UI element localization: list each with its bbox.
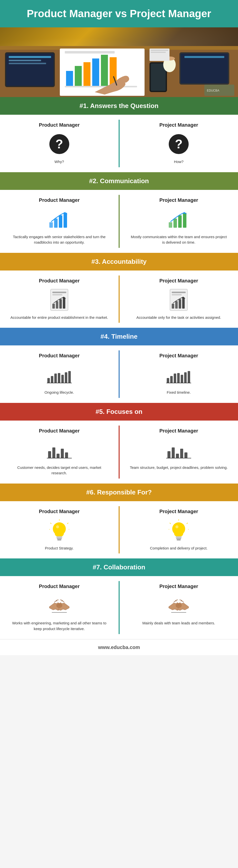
left-icon-collaboration (47, 594, 72, 617)
right-description-accountability: Accountable only for the task or activit… (136, 315, 221, 320)
page-header: Product Manager vs Project Manager (0, 0, 238, 27)
left-description-focuses-on: Customer needs, decides target end users… (10, 465, 109, 476)
svg-rect-91 (57, 539, 61, 540)
svg-rect-30 (54, 218, 58, 228)
section-timeline: #4. Timeline Product Manager Ongoing lif… (0, 328, 238, 403)
handshake-icon (48, 595, 71, 615)
svg-rect-101 (177, 539, 181, 540)
svg-rect-51 (175, 301, 178, 309)
comparison-row-focuses-on: Product Manager Customer needs, decides … (0, 421, 238, 484)
left-title-collaboration: Product Manager (39, 584, 79, 589)
svg-rect-100 (176, 538, 181, 539)
barchart-icon (167, 210, 190, 228)
left-title-communication: Product Manager (39, 197, 79, 203)
right-col-timeline: Project Manager Fixed timeline. (120, 345, 238, 403)
svg-rect-67 (181, 375, 183, 383)
svg-rect-13 (101, 55, 108, 86)
svg-rect-31 (59, 215, 62, 228)
document-chart-icon (49, 289, 69, 311)
svg-rect-71 (48, 451, 51, 458)
timeline-icon (47, 366, 72, 383)
section-accountability: #3. Accountability Product Manager Accou… (0, 253, 238, 328)
left-description-collaboration: Works with engineering, marketing and al… (10, 620, 109, 631)
right-title-answers-question: Project Manager (159, 122, 198, 128)
svg-rect-59 (61, 375, 64, 383)
svg-rect-48 (172, 292, 186, 293)
section-header-responsible-for: #6. Responsible For? (0, 484, 238, 501)
comparison-row-communication: Product Manager Tactically engages with … (0, 190, 238, 253)
svg-rect-55 (47, 378, 50, 383)
comparison-row-timeline: Product Manager Ongoing lifecycle. Proje… (0, 345, 238, 403)
hero-svg: EDUCBA (0, 27, 238, 97)
section-header-accountability: #3. Accountability (0, 253, 238, 271)
svg-rect-69 (188, 371, 190, 383)
svg-rect-6 (9, 63, 46, 64)
svg-rect-75 (65, 453, 68, 458)
svg-rect-17 (151, 63, 166, 91)
left-title-answers-question: Product Manager (39, 122, 79, 128)
svg-rect-61 (68, 371, 71, 383)
svg-rect-9 (66, 71, 73, 86)
footer: www.educba.com (0, 639, 238, 655)
svg-rect-68 (184, 372, 187, 383)
website-url: www.educba.com (98, 645, 140, 650)
left-description-answers-question: Why? (55, 159, 64, 165)
left-col-answers-question: Product Manager ? Why? (0, 115, 118, 172)
svg-rect-8 (65, 51, 115, 54)
right-description-responsible-for: Completion and delivery of project. (150, 546, 208, 551)
left-col-timeline: Product Manager Ongoing lifecycle. (0, 345, 118, 403)
right-title-responsible-for: Project Manager (159, 509, 198, 515)
focus-bars-icon (166, 441, 191, 459)
section-header-answers-question: #1. Answers the Question (0, 97, 238, 115)
svg-rect-64 (170, 376, 173, 383)
svg-rect-99 (176, 536, 182, 538)
svg-rect-90 (57, 538, 62, 539)
svg-rect-43 (56, 301, 58, 309)
right-icon-timeline (166, 364, 191, 386)
left-icon-focuses-on (47, 439, 72, 461)
left-col-focuses-on: Product Manager Customer needs, decides … (0, 421, 118, 484)
left-title-accountability: Product Manager (39, 278, 79, 284)
right-icon-answers-question: ? (166, 133, 191, 155)
section-header-focuses-on: #5. Focuses on (0, 403, 238, 421)
svg-line-94 (170, 523, 171, 524)
right-title-collaboration: Project Manager (159, 584, 198, 589)
right-col-accountability: Project Manager Accountable only for the… (120, 271, 238, 328)
left-col-collaboration: Product Manager Works with engineering, … (0, 576, 118, 639)
section-responsible-for: #6. Responsible For? Product Manager Pro… (0, 484, 238, 559)
document-chart-icon (169, 289, 189, 311)
svg-point-92 (56, 525, 59, 528)
section-header-communication: #2. Communication (0, 172, 238, 190)
svg-rect-29 (49, 222, 53, 228)
svg-rect-49 (172, 294, 182, 296)
svg-rect-12 (92, 59, 99, 86)
right-title-timeline: Project Manager (159, 353, 198, 359)
svg-rect-32 (63, 213, 67, 228)
section-focuses-on: #5. Focuses on Product Manager Customer … (0, 403, 238, 484)
right-description-communication: Mostly communicates within the team and … (130, 234, 228, 245)
svg-rect-24 (151, 50, 168, 51)
right-col-collaboration: Project Manager Mainly deals with team l… (120, 576, 238, 639)
svg-rect-72 (52, 447, 55, 458)
svg-rect-44 (59, 299, 62, 309)
right-icon-focuses-on (166, 439, 191, 461)
svg-rect-11 (83, 62, 90, 86)
svg-line-85 (67, 523, 68, 524)
svg-rect-65 (174, 374, 176, 383)
right-description-answers-question: How? (174, 159, 183, 165)
focus-bars-icon (47, 441, 72, 459)
lightbulb-icon (169, 519, 189, 542)
svg-rect-40 (52, 292, 66, 293)
left-title-focuses-on: Product Manager (39, 428, 79, 434)
svg-line-95 (187, 523, 188, 524)
svg-rect-35 (174, 218, 177, 228)
left-icon-accountability (47, 289, 72, 311)
left-title-timeline: Product Manager (39, 353, 79, 359)
right-icon-communication (166, 208, 191, 230)
svg-text:EDUCBA: EDUCBA (207, 89, 219, 92)
left-description-accountability: Accountable for entire product establish… (10, 315, 108, 320)
right-col-answers-question: Project Manager ? How? (120, 115, 238, 172)
right-col-communication: Project Manager Mostly communicates with… (120, 190, 238, 253)
right-col-responsible-for: Project Manager Completion and delivery … (120, 501, 238, 559)
right-icon-collaboration (166, 594, 191, 617)
